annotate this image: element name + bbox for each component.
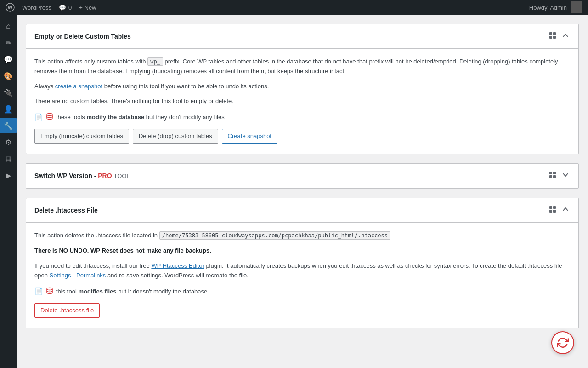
svg-point-6 — [47, 114, 52, 116]
delete-htaccess-panel-controls — [548, 205, 570, 216]
empty-delete-panel-controls — [548, 31, 570, 42]
create-snapshot-link[interactable]: create a snapshot — [55, 83, 102, 90]
delete-drop-button[interactable]: Delete (drop) custom tables — [133, 129, 218, 144]
sidebar-item-settings[interactable]: ⚙ — [0, 134, 17, 150]
comments-link[interactable]: 💬 0 — [59, 4, 72, 11]
db-icon — [46, 113, 53, 121]
svg-rect-10 — [553, 175, 556, 178]
comments-icon: 💬 — [59, 4, 66, 11]
site-name[interactable]: WordPress — [22, 4, 51, 11]
sidebar-item-users[interactable]: 👤 — [0, 101, 17, 117]
htaccess-location-text: This action deletes the .htaccess file l… — [34, 231, 570, 241]
svg-rect-5 — [553, 36, 556, 39]
refresh-fab-button[interactable] — [551, 331, 574, 354]
switch-wp-grid-button[interactable] — [548, 170, 557, 181]
db-modify-notice: 📄 these tools modify the database but th… — [34, 113, 570, 121]
wp-htaccess-editor-link[interactable]: WP Htaccess Editor — [151, 262, 204, 269]
empty-delete-panel-body: This action affects only custom tables w… — [26, 49, 578, 154]
chevron-down-icon — [562, 171, 569, 180]
file-warning-text: this tool modifies files but it doesn't … — [56, 288, 207, 295]
db-warning-text: these tools modify the database but they… — [56, 114, 225, 121]
delete-htaccess-button[interactable]: Delete .htaccess file — [34, 303, 100, 318]
svg-rect-2 — [549, 32, 552, 35]
switch-wp-expand-button[interactable] — [561, 170, 570, 181]
sidebar-item-dashboard[interactable]: ⌂ — [0, 18, 17, 34]
delete-htaccess-collapse-button[interactable] — [561, 205, 570, 216]
svg-point-15 — [47, 288, 52, 290]
switch-wp-version-panel: Switch WP Version - PRO TOOL — [26, 163, 579, 189]
sidebar-item-plugins[interactable]: 🔌 — [0, 85, 17, 100]
sidebar-item-tools[interactable]: 🔧 — [0, 118, 17, 133]
svg-rect-12 — [553, 206, 556, 209]
new-content-button[interactable]: + New — [79, 4, 96, 11]
grid-icon — [549, 171, 556, 180]
no-tables-notice: There are no custom tables. There's noth… — [34, 97, 570, 106]
htaccess-path: /home/75383-58605.cloudwaysapps.com/pcpa… — [159, 231, 390, 240]
sidebar-item-play[interactable]: ▶ — [0, 167, 17, 183]
empty-delete-description: This action affects only custom tables w… — [34, 57, 570, 76]
delete-htaccess-panel-header: Delete .htaccess File — [26, 198, 578, 223]
doc-icon: 📄 — [34, 113, 43, 121]
wp-prefix-code: wp_ — [147, 58, 163, 66]
main-content: Empty or Delete Custom Tables — [17, 15, 588, 368]
svg-rect-14 — [553, 210, 556, 213]
admin-bar: W WordPress 💬 0 + New Howdy, Admin — [0, 0, 588, 15]
empty-delete-panel: Empty or Delete Custom Tables — [26, 24, 579, 154]
delete-htaccess-panel: Delete .htaccess File — [26, 198, 579, 328]
sidebar-item-appearance[interactable]: 🎨 — [0, 68, 17, 84]
grid-icon — [549, 206, 556, 215]
no-undo-warning: There is NO UNDO. WP Reset does not make… — [34, 246, 570, 256]
empty-truncate-button[interactable]: Empty (truncate) custom tables — [34, 129, 129, 144]
svg-rect-13 — [549, 210, 552, 213]
svg-text:W: W — [8, 5, 13, 10]
doc-icon: 📄 — [34, 287, 43, 295]
svg-rect-4 — [549, 36, 552, 39]
delete-htaccess-grid-button[interactable] — [548, 205, 557, 216]
delete-htaccess-panel-body: This action deletes the .htaccess file l… — [26, 223, 578, 328]
empty-delete-grid-button[interactable] — [548, 31, 557, 42]
grid-icon — [549, 32, 556, 41]
switch-wp-panel-header: Switch WP Version - PRO TOOL — [26, 164, 578, 188]
avatar — [571, 1, 582, 13]
chevron-up-icon — [562, 32, 569, 41]
delete-htaccess-panel-title: Delete .htaccess File — [34, 207, 98, 214]
svg-rect-9 — [549, 175, 552, 178]
svg-rect-11 — [549, 206, 552, 209]
switch-wp-panel-title: Switch WP Version - PRO TOOL — [34, 172, 130, 179]
admin-user-menu[interactable]: Howdy, Admin — [529, 1, 582, 13]
db-icon-htaccess — [46, 287, 53, 296]
sidebar-item-posts[interactable]: ✏ — [0, 35, 17, 51]
empty-delete-panel-title: Empty or Delete Custom Tables — [34, 33, 131, 40]
create-snapshot-button[interactable]: Create snapshot — [222, 129, 277, 144]
file-modify-notice: 📄 this tool modifies files but it doesn'… — [34, 287, 570, 296]
svg-rect-7 — [549, 172, 552, 174]
sidebar: ⌂ ✏ 💬 🎨 🔌 👤 🔧 ⚙ ▦ ▶ — [0, 15, 17, 368]
svg-rect-3 — [553, 32, 556, 35]
empty-delete-actions: Empty (truncate) custom tables Delete (d… — [34, 129, 570, 144]
settings-permalinks-link[interactable]: Settings - Permalinks — [50, 272, 106, 279]
svg-rect-8 — [553, 172, 556, 174]
htaccess-editor-info: If you need to edit .htaccess, install o… — [34, 261, 570, 281]
wp-logo[interactable]: W — [6, 3, 15, 12]
sidebar-item-extra[interactable]: ▦ — [0, 151, 17, 167]
delete-htaccess-actions: Delete .htaccess file — [34, 303, 570, 318]
empty-delete-panel-header: Empty or Delete Custom Tables — [26, 24, 578, 49]
chevron-up-icon — [562, 206, 569, 215]
switch-wp-panel-controls — [548, 170, 570, 181]
empty-delete-collapse-button[interactable] — [561, 31, 570, 42]
snapshot-notice: Always create a snapshot before using th… — [34, 82, 570, 92]
sidebar-item-comments[interactable]: 💬 — [0, 52, 17, 67]
